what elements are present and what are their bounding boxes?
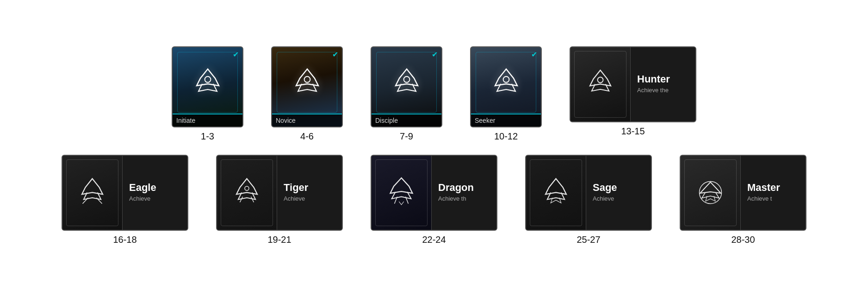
badge-pair-icon [372, 156, 432, 230]
badge-icon [173, 47, 242, 114]
rank-symbol [583, 67, 618, 101]
badge-label: Seeker [471, 114, 541, 127]
badge-range: 13-15 [621, 126, 645, 137]
checkmark-icon: ✔ [531, 50, 537, 59]
badge-pair-icon [217, 156, 277, 230]
badge-title: Hunter [637, 74, 689, 85]
row-1: ✔ Initiate 1-3 ✔ [19, 46, 849, 142]
badge-subtitle: Achieve the [637, 87, 689, 95]
badge-eagle: Eagle Achieve 16-18 [62, 155, 188, 245]
badge-range: 4-6 [300, 131, 314, 142]
badge-range: 16-18 [113, 234, 136, 245]
badge-pair-icon [526, 156, 586, 230]
checkmark-icon: ✔ [332, 50, 338, 59]
badge-range: 10-12 [494, 131, 518, 142]
badge-title: Dragon [438, 182, 490, 193]
badge-pair-info: Eagle Achieve [123, 156, 187, 230]
badge-title: Tiger [284, 182, 335, 193]
badge-title: Eagle [129, 182, 181, 193]
rank-symbol [229, 175, 264, 210]
checkmark-icon: ✔ [432, 50, 438, 59]
badge-pair-icon [570, 47, 631, 121]
badge-hunter: Hunter Achieve the 13-15 [570, 46, 696, 137]
badge-icon [372, 47, 441, 114]
badge-icon [471, 47, 541, 114]
badge-pair-dragon: Dragon Achieve th [371, 155, 497, 231]
rank-symbol [384, 175, 419, 210]
svg-point-3 [503, 76, 509, 82]
rank-symbol [388, 65, 425, 102]
badge-label: Initiate [173, 114, 242, 127]
rank-symbol [539, 175, 573, 210]
badge-range: 28-30 [731, 234, 755, 245]
svg-point-5 [245, 186, 249, 190]
badge-pair-hunter: Hunter Achieve the [570, 46, 696, 122]
ranks-grid: ✔ Initiate 1-3 ✔ [19, 46, 849, 245]
badge-seeker: ✔ Seeker 10-12 [470, 46, 542, 142]
badge-subtitle: Achieve [284, 195, 335, 203]
badge-range: 22-24 [422, 234, 446, 245]
rank-symbol [693, 175, 728, 210]
badge-title: Master [747, 182, 799, 193]
badge-tiger: Tiger Achieve 19-21 [216, 155, 343, 245]
badge-pair-info: Hunter Achieve the [631, 47, 695, 121]
badge-master: Master Achieve t 28-30 [680, 155, 806, 245]
rank-symbol [189, 65, 226, 102]
badge-novice: ✔ Novice 4-6 [271, 46, 343, 142]
badge-disciple: ✔ Disciple 7-9 [371, 46, 442, 142]
badge-pair-sage: Sage Achieve [525, 155, 652, 231]
badge-sage: Sage Achieve 25-27 [525, 155, 652, 245]
badge-pair-eagle: Eagle Achieve [62, 155, 188, 231]
badge-label: Novice [272, 114, 342, 127]
svg-point-1 [304, 76, 310, 82]
badge-pair-info: Tiger Achieve [277, 156, 342, 230]
badge-pair-info: Dragon Achieve th [432, 156, 496, 230]
badge-range: 19-21 [267, 234, 291, 245]
badge-subtitle: Achieve [593, 195, 645, 203]
badge-title: Sage [593, 182, 645, 193]
badge-pair-tiger: Tiger Achieve [216, 155, 343, 231]
checkmark-icon: ✔ [233, 50, 239, 59]
svg-point-2 [403, 76, 409, 82]
badge-subtitle: Achieve [129, 195, 181, 203]
badge-range: 1-3 [201, 131, 214, 142]
badge-pair-info: Master Achieve t [741, 156, 806, 230]
badge-label: Disciple [372, 114, 441, 127]
badge-pair-info: Sage Achieve [586, 156, 651, 230]
badge-icon [272, 47, 342, 114]
svg-point-0 [205, 76, 211, 82]
rank-symbol [289, 65, 326, 102]
badge-pair-icon [681, 156, 741, 230]
badge-pair-icon [62, 156, 123, 230]
svg-point-4 [598, 77, 603, 83]
row-2: Eagle Achieve 16-18 Tiger [19, 155, 849, 245]
badge-dragon: Dragon Achieve th 22-24 [371, 155, 497, 245]
badge-subtitle: Achieve th [438, 195, 490, 203]
badge-range: 7-9 [400, 131, 413, 142]
rank-symbol [488, 65, 525, 102]
badge-subtitle: Achieve t [747, 195, 799, 203]
badge-pair-master: Master Achieve t [680, 155, 806, 231]
rank-symbol [75, 175, 110, 210]
badge-initiate: ✔ Initiate 1-3 [172, 46, 243, 142]
badge-range: 25-27 [577, 234, 600, 245]
